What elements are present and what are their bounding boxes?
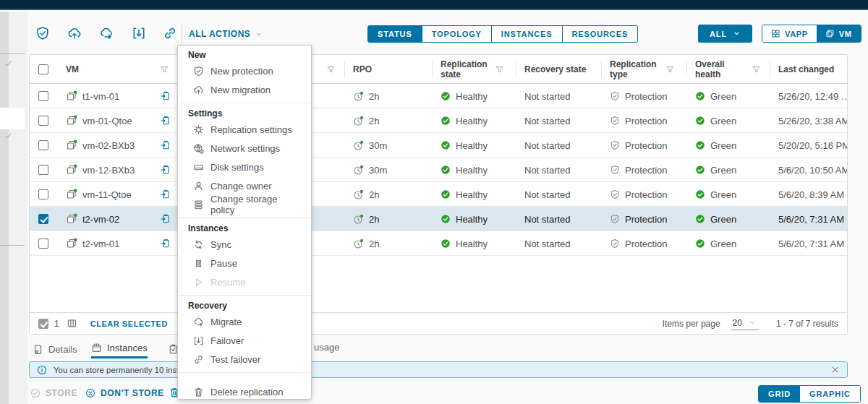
close-icon[interactable]	[830, 365, 840, 374]
filter-funnel-icon[interactable]	[160, 65, 169, 74]
clipboard-arrow-icon[interactable]	[161, 189, 171, 199]
menu-section-new: New	[178, 48, 311, 61]
last-changed: 5/26/20, 12:49 …	[778, 91, 847, 102]
dont-store-button[interactable]: DON'T STORE	[85, 388, 164, 398]
table-row[interactable]: vm-12-BXb3 30m Healthy Not started Prote…	[30, 158, 847, 182]
clipboard-arrow-icon[interactable]	[161, 238, 171, 249]
last-changed: 5/20/20, 5:16 PM	[778, 140, 847, 151]
menu-item-network-settings[interactable]: Network settings	[178, 139, 311, 158]
items-per-page-select[interactable]: 20	[731, 317, 759, 330]
clipboard-arrow-icon[interactable]	[161, 91, 171, 101]
all-filter-dropdown-button[interactable]: ALL	[698, 25, 752, 43]
menu-item-label: Pause	[210, 258, 237, 269]
left-panel-edge	[0, 12, 27, 404]
rpo-value: 30m	[369, 140, 387, 151]
new-protection-shield-icon[interactable]	[35, 26, 50, 40]
tab-usage-partial-label[interactable]: usage	[314, 342, 339, 353]
vm-toggle-button[interactable]: VM	[817, 25, 861, 42]
column-header-replication-type: Replication type	[610, 59, 660, 80]
results-count: 1 - 7 of 7 results	[776, 319, 838, 329]
filter-funnel-icon[interactable]	[752, 65, 761, 74]
row-checkbox[interactable]	[38, 140, 48, 150]
column-picker-icon[interactable]	[67, 318, 77, 329]
new-migration-cloud-icon[interactable]	[67, 26, 82, 40]
menu-item-failover[interactable]: Failover	[178, 331, 311, 350]
menu-section-recovery: Recovery	[178, 299, 311, 312]
menu-item-label: Disk settings	[210, 162, 264, 173]
graphic-view-button[interactable]: GRAPHIC	[800, 386, 860, 402]
trash-icon	[193, 387, 204, 397]
play-icon	[193, 277, 204, 288]
filter-funnel-icon[interactable]	[495, 65, 504, 74]
rpo-clock-icon	[353, 238, 364, 249]
rpo-value: 30m	[369, 165, 387, 176]
gear-icon	[193, 124, 204, 135]
row-checkbox-checked[interactable]	[38, 214, 48, 224]
tab-status[interactable]: STATUS	[367, 25, 422, 43]
migrate-cloud-icon[interactable]	[99, 26, 114, 40]
menu-item-change-owner[interactable]: Change owner	[178, 176, 311, 195]
row-checkbox[interactable]	[38, 238, 48, 249]
vapp-toggle-button[interactable]: VAPP	[762, 25, 817, 42]
rpo-clock-icon	[353, 91, 364, 102]
row-checkbox[interactable]	[38, 165, 48, 175]
all-actions-menu-button[interactable]: ALL ACTIONS	[189, 27, 263, 40]
tab-instances-detail[interactable]: Instances	[91, 340, 148, 358]
menu-item-new-protection[interactable]: New protection	[178, 61, 311, 80]
column-header-replication-state: Replication state	[441, 59, 491, 80]
rpo-value: 2h	[369, 189, 379, 200]
circle-check-icon	[30, 388, 41, 398]
table-row-selected[interactable]: t2-vm-02 2h Healthy Not started Protecti…	[30, 207, 847, 231]
row-checkbox[interactable]	[38, 189, 48, 199]
replication-type: Protection	[625, 189, 668, 200]
tab-topology[interactable]: TOPOLOGY	[422, 25, 492, 43]
grid-view-button[interactable]: GRID	[759, 386, 800, 402]
menu-item-test-failover[interactable]: Test failover	[178, 350, 311, 369]
menu-item-new-migration[interactable]: New migration	[178, 80, 311, 99]
select-all-checkbox[interactable]	[38, 64, 48, 74]
vm-icon	[66, 189, 77, 200]
vm-box-icon	[825, 29, 835, 38]
recovery-state: Not started	[524, 165, 571, 176]
table-row[interactable]: vm-01-Qtoe 2h Healthy Not started Protec…	[30, 108, 847, 133]
tab-resources[interactable]: RESOURCES	[562, 25, 639, 43]
menu-item-migrate[interactable]: Migrate	[178, 312, 311, 331]
table-row[interactable]: t2-vm-01 2h Healthy Not started Protecti…	[30, 231, 847, 256]
menu-section-settings: Settings	[178, 107, 311, 120]
pagination: Items per page 20 1 - 7 of 7 results	[663, 317, 838, 330]
menu-item-delete-replication[interactable]: Delete replication	[178, 382, 311, 400]
clipboard-arrow-icon[interactable]	[161, 116, 171, 126]
clipboard-arrow-icon[interactable]	[161, 165, 171, 175]
row-checkbox[interactable]	[38, 91, 48, 101]
failover-icon[interactable]	[132, 26, 146, 40]
protection-shield-icon	[610, 140, 620, 150]
tab-details[interactable]: Details	[33, 340, 77, 358]
rpo-clock-icon	[353, 140, 364, 151]
table-row[interactable]: t1-vm-01 2h Healthy Not started Protecti…	[30, 84, 847, 108]
vm-icon	[66, 90, 77, 102]
table-row[interactable]: vm-02-BXb3 30m Healthy Not started Prote…	[30, 133, 847, 158]
menu-item-pause[interactable]: Pause	[178, 254, 311, 272]
menu-item-replication-settings[interactable]: Replication settings	[178, 120, 311, 139]
clipboard-arrow-icon[interactable]	[161, 214, 171, 224]
menu-item-label: New protection	[210, 66, 273, 77]
menu-item-change-storage-policy[interactable]: Change storage policy	[178, 195, 311, 214]
left-panel-strip	[0, 12, 9, 404]
filter-funnel-icon[interactable]	[326, 65, 336, 74]
replication-type: Protection	[625, 214, 668, 225]
vm-name: vm-02-BXb3	[82, 140, 135, 151]
menu-item-disk-settings[interactable]: Disk settings	[178, 158, 311, 176]
last-changed: 5/6/20, 10:50 AM	[778, 165, 847, 176]
details-file-icon	[33, 344, 43, 355]
table-row[interactable]: vm-11-Qtoe 2h Healthy Not started Protec…	[30, 182, 847, 207]
replication-state: Healthy	[456, 91, 488, 102]
menu-item-sync[interactable]: Sync	[178, 235, 311, 254]
row-checkbox[interactable]	[38, 116, 48, 126]
clear-selected-button[interactable]: CLEAR SELECTED	[90, 319, 168, 328]
recovery-state: Not started	[524, 214, 571, 225]
clipboard-arrow-icon[interactable]	[161, 140, 171, 150]
items-per-page-value: 20	[733, 318, 742, 328]
test-failover-link-icon[interactable]	[163, 26, 177, 40]
tab-instances[interactable]: INSTANCES	[491, 25, 563, 43]
filter-funnel-icon[interactable]	[665, 65, 675, 74]
